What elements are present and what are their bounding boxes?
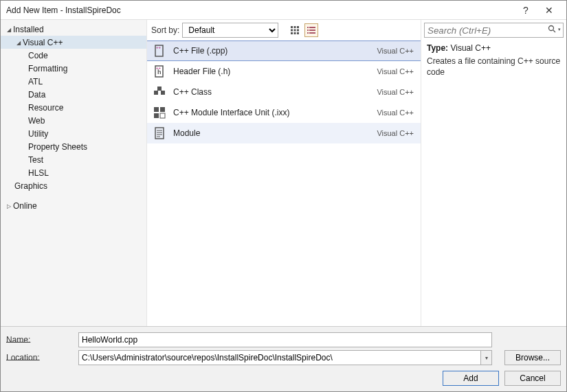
template-tag: Visual C++ [377,88,414,96]
content-area: Installed Visual C++ Code Formatting ATL… [1,20,566,326]
template-label: C++ Module Interface Unit (.ixx) [173,108,377,117]
search-icon[interactable]: ▾ [548,25,561,34]
svg-rect-2 [297,26,299,28]
svg-rect-12 [309,30,315,31]
svg-rect-5 [297,30,299,32]
sidebar-item-data[interactable]: Data [1,88,146,101]
template-item-module[interactable]: Module Visual C++ [147,123,421,143]
location-input[interactable] [78,350,492,365]
view-icons-button[interactable] [288,23,302,37]
template-label: C++ File (.cpp) [173,46,377,56]
chevron-down-icon [5,26,13,33]
sidebar-item-test[interactable]: Test [1,153,146,166]
sidebar-item-hlsl[interactable]: HLSL [1,166,146,179]
svg-rect-4 [294,30,296,32]
svg-rect-27 [155,128,164,139]
sidebar-item-property-sheets[interactable]: Property Sheets [1,140,146,153]
sidebar-label: Visual C++ [23,38,63,47]
template-list: ++ C++ File (.cpp) Visual C++ h++ Header… [147,41,421,326]
titlebar: Add New Item - InstallSpireDoc ? ✕ [1,1,566,20]
cancel-button[interactable]: Cancel [504,371,561,386]
cpp-class-icon [151,84,168,100]
grid-icon [290,25,300,35]
svg-rect-8 [297,32,299,34]
cpp-file-icon: ++ [151,43,168,59]
sidebar-item-online[interactable]: Online [1,199,146,212]
svg-rect-11 [307,30,309,31]
search-box: ▾ [424,23,564,38]
search-input[interactable] [424,23,564,38]
svg-rect-21 [161,91,165,95]
template-item-module-interface[interactable]: C++ Module Interface Unit (.ixx) Visual … [147,102,421,123]
svg-rect-10 [309,27,315,28]
svg-point-32 [549,26,554,31]
details-description: Creates a file containing C++ source cod… [427,56,561,78]
svg-rect-22 [157,87,162,91]
name-label: Name: [6,335,78,345]
sidebar-item-resource[interactable]: Resource [1,101,146,114]
svg-rect-7 [294,32,296,34]
svg-rect-26 [160,113,165,118]
svg-rect-24 [160,107,165,112]
module-unit-icon [151,104,168,121]
svg-rect-1 [294,26,296,28]
sidebar-item-installed[interactable]: Installed [1,23,146,36]
template-label: C++ Class [173,87,377,97]
details-type-value: Visual C++ [450,43,490,53]
sidebar-item-graphics[interactable]: Graphics [1,179,146,192]
chevron-down-icon [14,39,23,46]
svg-rect-20 [154,91,158,95]
header-file-icon: h++ [151,63,168,80]
svg-text:++: ++ [156,66,162,70]
sortby-label: Sort by: [151,25,179,35]
template-item-cpp-class[interactable]: C++ Class Visual C++ [147,82,421,102]
template-item-header-file[interactable]: h++ Header File (.h) Visual C++ [147,61,421,82]
view-list-button[interactable] [304,23,318,37]
location-dropdown-button[interactable]: ▾ [480,351,491,365]
list-icon [307,25,316,35]
module-icon [151,125,168,141]
chevron-down-icon: ▾ [558,27,561,32]
template-tag: Visual C++ [377,67,414,76]
svg-rect-9 [307,27,309,28]
svg-rect-13 [307,32,309,34]
template-tag: Visual C++ [377,47,414,55]
details-pane: Type: Visual C++ Creates a file containi… [421,38,566,83]
right-pane: ▾ Type: Visual C++ Creates a file contai… [421,20,566,326]
help-button[interactable]: ? [514,5,537,16]
template-tag: Visual C++ [377,129,414,137]
window-title: Add New Item - InstallSpireDoc [6,5,514,15]
center-toolbar: Sort by: Default [147,20,421,41]
sidebar-label: Online [13,201,37,211]
svg-text:++: ++ [156,45,162,49]
footer: Name: Location: ▾ Browse... Add Cancel [1,326,566,391]
sidebar-item-utility[interactable]: Utility [1,127,146,140]
sidebar-item-visual-cpp[interactable]: Visual C++ [1,36,146,49]
browse-button[interactable]: Browse... [504,350,561,365]
template-item-cpp-file[interactable]: ++ C++ File (.cpp) Visual C++ [147,41,421,61]
svg-line-33 [553,30,555,32]
template-tag: Visual C++ [377,108,414,117]
template-label: Module [173,128,377,138]
sidebar: Installed Visual C++ Code Formatting ATL… [1,20,147,326]
sidebar-label: Installed [13,25,44,34]
sidebar-item-web[interactable]: Web [1,114,146,127]
svg-rect-14 [309,32,315,34]
svg-rect-0 [291,26,293,28]
chevron-right-icon [5,203,13,209]
sidebar-item-atl[interactable]: ATL [1,75,146,88]
svg-rect-23 [154,107,159,112]
svg-rect-25 [154,113,159,118]
name-input[interactable] [78,332,492,347]
template-label: Header File (.h) [173,67,377,76]
dialog-buttons: Add Cancel [6,367,561,386]
center-pane: Sort by: Default [147,20,421,326]
svg-rect-3 [291,30,293,32]
add-button[interactable]: Add [443,371,499,386]
close-button[interactable]: ✕ [537,5,561,16]
location-label: Location: [6,353,78,362]
sidebar-item-code[interactable]: Code [1,49,146,62]
sortby-select[interactable]: Default [182,23,278,38]
sidebar-item-formatting[interactable]: Formatting [1,62,146,75]
svg-rect-6 [291,32,293,34]
